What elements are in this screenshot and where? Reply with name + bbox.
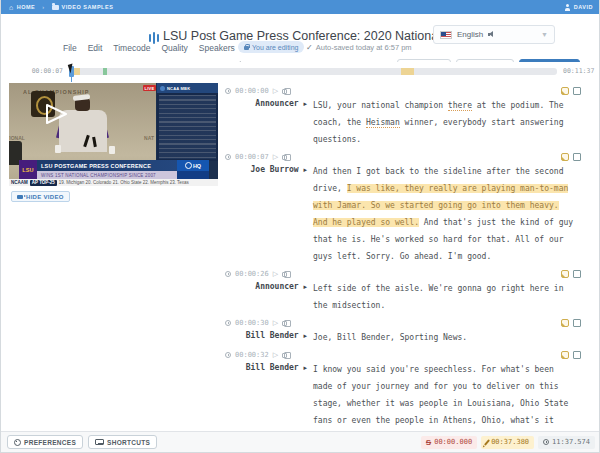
total-duration: 11:37.574	[552, 438, 590, 446]
video-player[interactable]: AL CHAMPIONSHIP ATIONAL NAT LIVE NCAA MB…	[9, 83, 218, 186]
ticker-chip: AP TOP-25	[30, 180, 57, 186]
speaker-arrow-icon: ▸	[303, 364, 307, 372]
live-badge: LIVE	[143, 85, 156, 91]
block-timestamp[interactable]: 00:00:32	[235, 351, 269, 359]
hide-video-button[interactable]: HIDE VIDEO	[11, 191, 70, 202]
rankings-rows	[159, 95, 216, 159]
menu-item-quality[interactable]: Quality	[161, 43, 187, 53]
transcript-text[interactable]: LSU, your national champion there at the…	[313, 96, 574, 148]
speaker-arrow-icon: ▸	[303, 332, 307, 340]
block-timestamp[interactable]: 00:00:30	[235, 319, 269, 327]
play-from-here-icon[interactable]: ▷	[273, 351, 278, 359]
block-meta-row: 00:00:26▷	[223, 269, 600, 279]
header: LSU Post Game Press Conference: 2020 Nat…	[1, 14, 600, 62]
low-confidence-word[interactable]: Heisman	[366, 118, 400, 128]
block-timestamp[interactable]: 00:00:26	[235, 270, 269, 278]
block-side-icons	[561, 270, 581, 278]
menu-item-file[interactable]: File	[63, 43, 77, 53]
autosave-label: Auto-saved today at 6:57 pm	[316, 43, 412, 52]
preferences-button[interactable]: PREFERENCES	[7, 435, 83, 449]
top-navigation-bar: ⌂HOME›VIDEO SAMPLES DAVID	[1, 0, 600, 14]
editing-status-badge: You are editing	[238, 41, 304, 53]
lower-third: LSU LSU POSTGAME PRESS CONFERENCE WINS 1…	[19, 160, 209, 179]
speaker-name[interactable]: Announcer ▸	[223, 96, 307, 148]
play-from-here-icon[interactable]: ▷	[273, 270, 278, 278]
block-timestamp[interactable]: 00:00:00	[235, 87, 269, 95]
text-segment[interactable]: Joe, Bill Bender, Sporting News.	[313, 333, 467, 342]
block-checkbox[interactable]	[573, 319, 581, 327]
speaker-arrow-icon: ▸	[303, 283, 307, 291]
speaker-name[interactable]: Announcer ▸	[223, 279, 307, 314]
breadcrumb-item[interactable]: HOME	[17, 4, 36, 10]
transcript-text[interactable]: And then I got back to the sideline afte…	[313, 162, 574, 265]
language-select[interactable]: English ▼	[433, 25, 555, 44]
block-meta-row: 00:00:00▷	[223, 86, 600, 96]
check-icon: ✓	[306, 43, 313, 52]
note-icon[interactable]	[561, 270, 569, 278]
transcript-block: 00:00:07▷Joe Burrow ▸And then I got back…	[223, 152, 600, 265]
copy-icon[interactable]	[282, 155, 287, 160]
note-icon[interactable]	[561, 87, 569, 95]
home-icon: ⌂	[9, 4, 14, 11]
user-menu[interactable]: DAVID	[564, 4, 593, 11]
total-duration-badge: 11:37.574	[538, 436, 595, 449]
block-checkbox[interactable]	[573, 87, 581, 95]
transcript-editor[interactable]: 00:00:00▷Announcer ▸LSU, your national c…	[223, 86, 600, 432]
menu-item-speakers[interactable]: Speakers	[199, 43, 235, 53]
transcript-block: 00:00:30▷Bill Bender ▸Joe, Bill Bender, …	[223, 318, 600, 346]
clock-icon	[225, 271, 231, 277]
block-timestamp[interactable]: 00:00:07	[235, 153, 269, 161]
keyboard-icon	[95, 439, 104, 445]
note-icon[interactable]	[561, 319, 569, 327]
autosave-status: ✓ Auto-saved today at 6:57 pm	[306, 43, 412, 52]
timeline-track[interactable]	[69, 68, 557, 75]
play-from-here-icon[interactable]: ▷	[273, 153, 278, 161]
block-side-icons	[561, 319, 581, 327]
shortcuts-button[interactable]: SHORTCUTS	[88, 435, 157, 449]
folder-icon	[52, 5, 59, 10]
block-side-icons	[561, 153, 581, 161]
speaker-name[interactable]: Joe Burrow ▸	[223, 162, 307, 265]
footer-bar: PREFERENCES SHORTCUTS S 00:00.000 00:37.…	[1, 431, 600, 452]
block-checkbox[interactable]	[573, 270, 581, 278]
audio-speaker-icon	[488, 31, 496, 38]
copy-icon[interactable]	[282, 272, 287, 277]
video-play-overlay-icon[interactable]	[44, 103, 69, 125]
rankings-panel: NCAA MBK	[157, 83, 218, 161]
play-from-here-icon[interactable]: ▷	[273, 87, 278, 95]
copy-icon[interactable]	[282, 353, 287, 358]
block-meta-row: 00:00:07▷	[223, 152, 600, 162]
block-meta-row: 00:00:30▷	[223, 318, 600, 328]
gear-icon	[14, 439, 21, 446]
block-checkbox[interactable]	[573, 153, 581, 161]
transcript-block: 00:00:26▷Announcer ▸Left side of the ais…	[223, 269, 600, 314]
transcript-text[interactable]: Joe, Bill Bender, Sporting News.	[313, 328, 574, 346]
block-checkbox[interactable]	[573, 351, 581, 359]
speaker-name[interactable]: Bill Bender ▸	[223, 328, 307, 346]
clock-icon	[225, 88, 231, 94]
text-segment[interactable]: Left side of the aisle. We're gonna go r…	[313, 284, 563, 310]
menu-item-timecode[interactable]: Timecode	[113, 43, 150, 53]
transcript-text[interactable]: Left side of the aisle. We're gonna go r…	[313, 279, 574, 314]
play-from-here-icon[interactable]: ▷	[273, 319, 278, 327]
speaker-name[interactable]: Bill Bender ▸	[223, 360, 307, 432]
copy-icon[interactable]	[282, 321, 287, 326]
current-time-label: 00:00:07	[1, 67, 69, 75]
transcript-text[interactable]: I know you said you're speechless. For w…	[313, 360, 574, 432]
low-confidence-word[interactable]: there	[448, 101, 472, 111]
backdrop-text: NAT	[144, 135, 154, 141]
menu-item-edit[interactable]: Edit	[88, 43, 103, 53]
text-segment[interactable]: I know you said you're speechless. For w…	[313, 365, 568, 432]
copy-icon[interactable]	[282, 89, 287, 94]
audio-timeline: 00:00:07 00:11:37	[1, 62, 600, 80]
rankings-header: NCAA MBK	[157, 83, 218, 93]
note-icon[interactable]	[561, 351, 569, 359]
breadcrumb-item[interactable]: VIDEO SAMPLES	[62, 4, 114, 10]
user-icon	[564, 4, 571, 11]
text-segment[interactable]: LSU, your national champion	[313, 101, 448, 110]
shortcuts-label: SHORTCUTS	[107, 439, 150, 446]
note-icon[interactable]	[561, 153, 569, 161]
highlight-time: 00:37.380	[491, 438, 529, 446]
breadcrumb: ⌂HOME›VIDEO SAMPLES	[9, 4, 113, 11]
chevron-down-icon: ▼	[541, 31, 548, 38]
